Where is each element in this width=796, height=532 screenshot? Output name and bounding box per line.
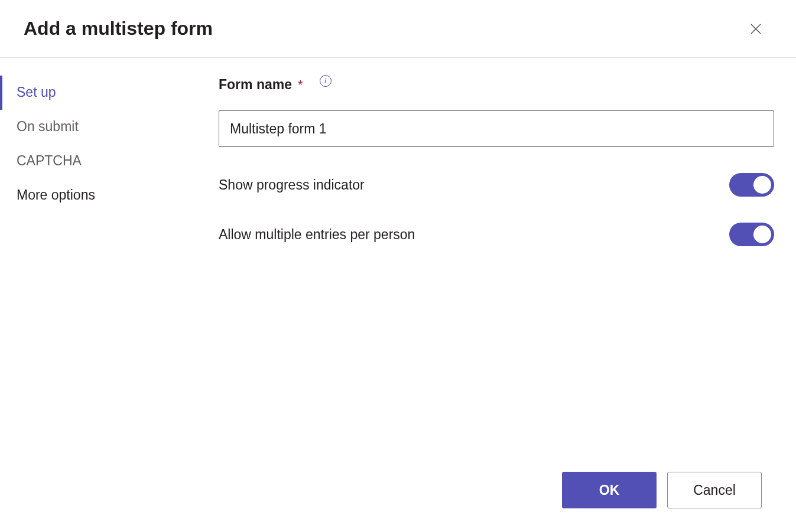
- allow-multiple-label: Allow multiple entries per person: [219, 227, 415, 243]
- sidebar-item-set-up[interactable]: Set up: [0, 76, 183, 110]
- ok-button[interactable]: OK: [562, 472, 657, 508]
- dialog-header: Add a multistep form: [0, 0, 796, 58]
- sidebar-item-label: On submit: [17, 119, 79, 134]
- show-progress-label: Show progress indicator: [219, 177, 365, 193]
- sidebar-item-label: Set up: [17, 84, 56, 100]
- show-progress-toggle[interactable]: [729, 173, 774, 197]
- dialog-body: Set up On submit CAPTCHA More options Fo…: [0, 58, 796, 472]
- form-name-input[interactable]: [219, 110, 774, 147]
- toggle-knob: [753, 226, 771, 243]
- settings-sidebar: Set up On submit CAPTCHA More options: [0, 76, 183, 472]
- allow-multiple-row: Allow multiple entries per person: [219, 223, 774, 246]
- sidebar-item-captcha[interactable]: CAPTCHA: [0, 144, 183, 178]
- form-name-label-row: Form name * i: [219, 77, 778, 93]
- info-icon[interactable]: i: [320, 75, 332, 87]
- cancel-button[interactable]: Cancel: [667, 472, 762, 508]
- sidebar-item-label: CAPTCHA: [17, 153, 82, 168]
- add-multistep-form-dialog: Add a multistep form Set up On submit CA…: [0, 0, 796, 532]
- close-button[interactable]: [745, 18, 766, 40]
- sidebar-item-more-options[interactable]: More options: [0, 178, 183, 213]
- required-indicator: *: [298, 77, 303, 93]
- sidebar-item-on-submit[interactable]: On submit: [0, 110, 183, 144]
- show-progress-row: Show progress indicator: [219, 173, 774, 197]
- toggle-knob: [753, 176, 771, 194]
- dialog-title: Add a multistep form: [24, 18, 213, 40]
- form-name-label: Form name: [219, 77, 292, 93]
- settings-main-panel: Form name * i Show progress indicator Al…: [183, 76, 796, 472]
- sidebar-item-label: More options: [17, 187, 95, 203]
- dialog-footer: OK Cancel: [0, 472, 796, 532]
- close-icon: [749, 22, 763, 36]
- allow-multiple-toggle[interactable]: [729, 223, 774, 246]
